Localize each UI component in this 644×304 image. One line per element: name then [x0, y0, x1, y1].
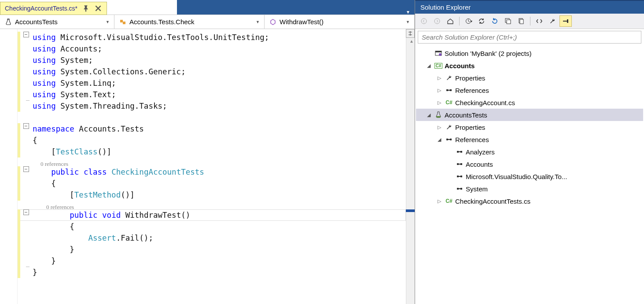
fold-gutter: − [20, 166, 32, 172]
code-line[interactable] [18, 112, 406, 123]
code-line[interactable]: [TestMethod()] [18, 189, 406, 201]
expand-icon[interactable]: ▷ [436, 125, 443, 130]
fold-toggle[interactable]: − [23, 166, 29, 172]
code-line[interactable]: −using Microsoft.VisualStudio.TestTools.… [18, 32, 406, 43]
pin-icon[interactable] [82, 4, 90, 12]
split-icon[interactable] [406, 29, 415, 38]
change-indicator [18, 189, 20, 201]
fold-toggle[interactable]: − [23, 32, 29, 37]
ref-icon [456, 185, 464, 193]
collapse-all-button[interactable] [502, 15, 514, 27]
tree-item-label: References [455, 136, 489, 143]
solution-icon [434, 49, 442, 57]
svg-rect-16 [450, 89, 452, 91]
svg-rect-31 [460, 188, 462, 190]
tree-item[interactable]: ◢References [416, 133, 643, 146]
svg-rect-22 [460, 151, 462, 153]
preview-selected-button[interactable] [559, 15, 572, 27]
change-indicator [18, 146, 20, 157]
cs-icon: C# [445, 197, 453, 205]
code-line[interactable]: { [18, 221, 406, 232]
nav-class-dropdown[interactable]: Accounts.Tests.Check ▼ [114, 15, 265, 29]
tree-item[interactable]: Accounts [416, 158, 643, 170]
expand-icon[interactable]: ◢ [425, 63, 432, 69]
fold-toggle[interactable]: − [23, 123, 29, 129]
svg-rect-32 [459, 188, 460, 189]
nav-method-dropdown[interactable]: WithdrawTest() ▼ [265, 15, 415, 29]
properties-button[interactable] [546, 15, 559, 27]
code-line[interactable]: using System.Linq; [18, 77, 406, 89]
home-button[interactable] [444, 15, 456, 27]
tree-item[interactable]: ▷Properties [416, 121, 643, 133]
code-line[interactable]: using System.Threading.Tasks; [18, 100, 406, 112]
close-icon[interactable] [94, 4, 102, 12]
code-line[interactable]: Assert.Fail(); [18, 232, 406, 244]
code-line[interactable]: using System.Collections.Generic; [18, 66, 406, 77]
code-editor[interactable]: −using Microsoft.VisualStudio.TestTools.… [0, 29, 415, 304]
code-line[interactable]: { [18, 178, 406, 189]
tree-item-label: Accounts [466, 161, 493, 168]
code-line[interactable]: 0 references [18, 201, 406, 209]
code-line[interactable]: } [18, 255, 406, 267]
code-line[interactable]: { [18, 135, 406, 146]
tree-item[interactable]: ▷C#CheckingAccountTests.cs [416, 195, 643, 207]
nav-forward-button[interactable] [431, 15, 443, 27]
solution-tree[interactable]: Solution 'MyBank' (2 projects)◢C#Account… [415, 45, 644, 209]
tree-item-label: CheckingAccount.cs [455, 99, 515, 106]
expand-icon[interactable]: ◢ [425, 112, 432, 118]
solution-explorer-toolbar: ▾ [415, 14, 644, 29]
show-all-files-button[interactable] [515, 15, 527, 27]
svg-rect-18 [446, 139, 448, 140]
expand-icon[interactable]: ◢ [436, 137, 443, 143]
svg-point-4 [434, 18, 440, 24]
code-line[interactable]: 0 references [18, 157, 406, 166]
tree-item-label: References [455, 87, 489, 94]
solution-explorer-panel: Solution Explorer ▾ Solution 'MyBank' (2… [415, 0, 644, 304]
code-line[interactable]: using System; [18, 55, 406, 66]
csproj-icon: C# [434, 62, 442, 70]
code-line[interactable]: − public class CheckingAccountTests [18, 166, 406, 178]
vertical-scrollbar[interactable]: ▲ [406, 29, 415, 304]
solution-explorer-search[interactable] [418, 31, 641, 44]
ref-icon [456, 172, 464, 180]
nav-scope-dropdown[interactable]: AccountsTests ▼ [0, 15, 114, 29]
solution-explorer-title: Solution Explorer [415, 1, 644, 14]
refresh-button[interactable] [489, 15, 501, 27]
code-line[interactable]: −namespace Accounts.Tests [18, 123, 406, 135]
tree-item[interactable]: ◢AccountsTests [416, 109, 643, 121]
tree-item[interactable]: Solution 'MyBank' (2 projects) [416, 47, 643, 59]
tree-item[interactable]: Microsoft.VisualStudio.Quality.To... [416, 170, 643, 183]
code-line[interactable]: } [18, 267, 406, 278]
tree-item-label: Properties [455, 74, 485, 82]
code-line[interactable]: using System.Text; [18, 89, 406, 100]
tree-item[interactable]: ◢C#Accounts [416, 59, 643, 72]
ref-icon [445, 136, 453, 143]
tree-item[interactable]: ▷References [416, 84, 643, 96]
tree-item[interactable]: Analyzers [416, 146, 643, 158]
sync-button[interactable] [475, 15, 488, 27]
scroll-up-icon[interactable]: ▲ [409, 39, 414, 44]
fold-toggle[interactable]: − [23, 209, 29, 215]
change-indicator [18, 255, 20, 267]
search-input[interactable] [418, 31, 641, 44]
expand-icon[interactable]: ▷ [436, 198, 443, 204]
svg-rect-11 [567, 19, 568, 23]
view-code-button[interactable] [533, 15, 545, 27]
pending-changes-button[interactable]: ▾ [462, 15, 475, 27]
active-document-tab[interactable]: CheckingAccountTests.cs* [0, 2, 107, 15]
tree-item[interactable]: System [416, 183, 643, 195]
expand-icon[interactable]: ▷ [436, 88, 443, 93]
tree-item[interactable]: ▷C#CheckingAccount.cs [416, 96, 643, 109]
code-line[interactable]: using Accounts; [18, 43, 406, 55]
code-line[interactable]: − public void WithdrawTest() [18, 209, 406, 221]
tab-overflow-button[interactable]: ▼ [401, 10, 415, 15]
expand-icon[interactable]: ▷ [436, 75, 443, 81]
code-line[interactable]: } [18, 244, 406, 255]
code-text-area[interactable]: −using Microsoft.VisualStudio.TestTools.… [18, 29, 406, 304]
nav-back-button[interactable] [418, 15, 430, 27]
expand-icon[interactable]: ▷ [436, 100, 443, 106]
tree-item[interactable]: ▷Properties [416, 72, 643, 84]
change-indicator [18, 100, 20, 112]
svg-rect-1 [120, 20, 123, 22]
code-line[interactable]: [TestClass()] [18, 146, 406, 157]
